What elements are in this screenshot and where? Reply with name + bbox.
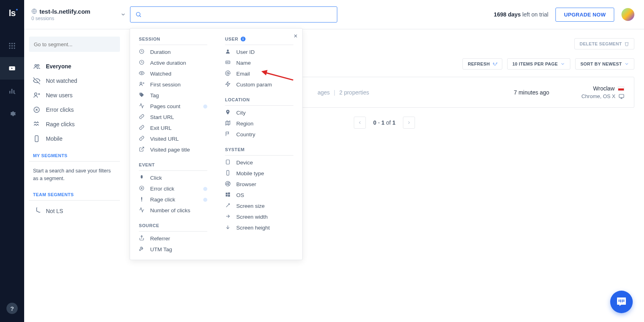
filter-option[interactable]: Watched (139, 68, 207, 79)
expand-icon (225, 203, 231, 209)
filter-option[interactable]: Number of clicks (139, 205, 207, 216)
segment-item[interactable]: Error clicks (29, 103, 120, 117)
filter-option[interactable]: Duration (139, 47, 207, 57)
svg-point-33 (140, 94, 141, 94)
rail-help[interactable]: ? (6, 303, 18, 314)
rail-sessions[interactable] (0, 57, 24, 80)
pin-icon (225, 109, 231, 116)
filter-option[interactable]: OS (225, 190, 293, 201)
filter-option[interactable]: Email (225, 68, 293, 79)
trash-icon (624, 41, 629, 46)
count-dot (203, 198, 207, 202)
segment-item[interactable]: Mobile (29, 131, 120, 146)
page-info: 0 - 1 of 1 (370, 119, 398, 126)
svg-point-7 (11, 47, 12, 49)
filter-option[interactable]: Custom param (225, 79, 293, 90)
id-icon (225, 59, 231, 66)
svg-rect-24 (35, 136, 38, 142)
page-prev[interactable] (354, 117, 366, 129)
svg-rect-53 (227, 170, 229, 175)
filter-option[interactable]: User ID (225, 47, 293, 57)
svg-marker-48 (226, 121, 230, 125)
segment-item[interactable]: Everyone (29, 59, 120, 74)
filter-option[interactable]: Click (139, 172, 207, 183)
filter-option[interactable]: Tag (139, 90, 207, 101)
user-plus-icon (139, 81, 144, 88)
close-icon[interactable]: × (294, 33, 297, 40)
segment-item[interactable]: Rage clicks (29, 117, 120, 131)
segment-search[interactable] (29, 37, 120, 52)
items-per-page-button[interactable]: 10 ITEMS PER PAGE (507, 58, 570, 70)
filter-option[interactable]: Error click (139, 183, 207, 194)
filter-option[interactable]: City (225, 107, 293, 118)
rail-settings[interactable] (0, 102, 24, 125)
filter-option[interactable]: First session (139, 79, 207, 90)
delete-segment-button[interactable]: DELETE SEGMENT (574, 38, 634, 49)
info-icon[interactable]: i (241, 37, 246, 41)
refresh-button[interactable]: REFRESH (462, 58, 502, 70)
header: test-ls.netlify.com 0 sessions 1698 days… (24, 0, 644, 29)
logo[interactable]: ls (9, 8, 15, 18)
mobile-icon (33, 135, 40, 142)
filter-option[interactable]: Visited URL (139, 133, 207, 144)
rail-apps[interactable] (0, 35, 24, 57)
filter-option[interactable]: Screen width (225, 211, 293, 222)
filter-option[interactable]: Start URL (139, 112, 207, 123)
page-next[interactable] (403, 117, 415, 129)
filter-option[interactable]: Visited page title (139, 144, 207, 155)
svg-point-45 (227, 72, 229, 74)
filter-option[interactable]: Active duration (139, 57, 207, 68)
mobile-icon (225, 170, 231, 177)
at-icon (225, 70, 231, 77)
filter-option[interactable]: Referrer (139, 233, 207, 244)
trial-status: 1698 days left on trial (494, 11, 548, 18)
svg-rect-11 (9, 91, 10, 94)
globe-icon (31, 8, 37, 14)
svg-rect-60 (226, 193, 228, 194)
filter-option[interactable]: UTM Tag (139, 244, 207, 255)
filter-option[interactable]: Country (225, 129, 293, 140)
flag-icon (225, 131, 231, 138)
filter-option[interactable]: Mobile type (225, 168, 293, 179)
svg-line-59 (228, 185, 229, 186)
svg-point-0 (9, 43, 10, 44)
wrench-icon (139, 246, 144, 253)
filter-option[interactable]: Exit URL (139, 123, 207, 133)
rail-analytics[interactable] (0, 80, 24, 102)
svg-point-32 (140, 82, 142, 84)
my-segments-head: MY SEGMENTS (29, 146, 120, 162)
pie-icon (33, 207, 40, 215)
refresh-icon (492, 62, 497, 66)
sort-button[interactable]: SORT BY NEWEST (575, 58, 634, 70)
x-circle-icon (139, 185, 144, 192)
filter-option[interactable]: Browser (225, 179, 293, 190)
activity-icon (139, 103, 144, 110)
link-icon (139, 135, 144, 142)
filter-option[interactable]: Rage click (139, 194, 207, 205)
filter-option[interactable]: Device (225, 157, 293, 168)
svg-point-14 (14, 93, 15, 94)
user-icon (225, 49, 231, 55)
svg-point-16 (136, 12, 140, 16)
eye-icon (139, 70, 144, 77)
filter-option[interactable]: Name (225, 57, 293, 68)
session-time: 7 minutes ago (514, 89, 549, 96)
filter-option[interactable]: Screen size (225, 201, 293, 211)
avatar[interactable] (621, 8, 634, 21)
segment-item[interactable]: Not LS (29, 204, 120, 218)
svg-point-4 (11, 45, 12, 46)
dd-system-head: SYSTEM (225, 146, 293, 156)
search-input[interactable] (146, 11, 332, 18)
segment-item[interactable]: New users (29, 88, 120, 103)
svg-rect-34 (141, 175, 143, 178)
filter-option[interactable]: Pages count (139, 101, 207, 112)
segment-item[interactable]: Not watched (29, 74, 120, 88)
search-box[interactable] (130, 6, 337, 23)
site-picker[interactable]: test-ls.netlify.com 0 sessions (31, 8, 126, 21)
filter-option[interactable]: Screen height (225, 222, 293, 233)
eye-off-icon (33, 77, 40, 84)
link-icon (139, 125, 144, 131)
upgrade-button[interactable]: UPGRADE NOW (555, 8, 614, 22)
filter-option[interactable]: Region (225, 118, 293, 129)
intercom-button[interactable] (610, 291, 633, 313)
